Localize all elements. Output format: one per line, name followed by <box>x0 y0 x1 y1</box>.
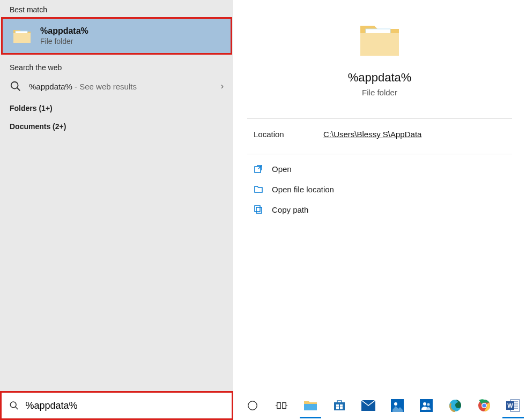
best-match-title: %appdata% <box>40 26 88 36</box>
mail-button[interactable] <box>355 393 381 418</box>
chrome-icon <box>478 399 491 412</box>
svg-rect-19 <box>340 407 343 409</box>
svg-rect-23 <box>420 399 433 412</box>
people-button[interactable] <box>413 393 439 418</box>
svg-rect-5 <box>256 207 262 213</box>
open-file-location-action[interactable]: Open file location <box>254 179 512 199</box>
chrome-button[interactable] <box>471 393 497 418</box>
svg-line-8 <box>16 407 18 409</box>
store-icon <box>333 399 346 412</box>
documents-category[interactable]: Documents (2+) <box>0 116 233 134</box>
svg-point-25 <box>427 403 430 406</box>
svg-rect-6 <box>255 206 260 212</box>
microsoft-store-button[interactable] <box>327 393 352 418</box>
preview-title: %appdata% <box>233 71 526 85</box>
svg-point-1 <box>11 82 18 89</box>
web-result-suffix: - See web results <box>72 82 137 91</box>
cortana-icon <box>247 400 258 411</box>
web-result-query: %appdata% <box>29 82 72 91</box>
file-explorer-icon <box>303 400 317 411</box>
cortana-button[interactable] <box>240 393 265 418</box>
task-view-button[interactable] <box>269 393 294 418</box>
file-explorer-button[interactable] <box>298 393 323 418</box>
location-label: Location <box>254 130 323 139</box>
svg-point-7 <box>10 402 16 408</box>
taskbar: W <box>233 391 526 420</box>
word-icon: W <box>506 399 520 412</box>
photos-icon <box>391 399 404 412</box>
svg-point-9 <box>248 401 257 410</box>
svg-rect-15 <box>337 401 342 403</box>
best-match-item[interactable]: %appdata% File folder <box>1 17 232 55</box>
svg-rect-10 <box>277 403 280 409</box>
svg-rect-14 <box>334 402 345 410</box>
search-icon <box>9 400 19 411</box>
people-icon <box>420 399 433 412</box>
folder-location-icon <box>254 184 263 194</box>
location-value[interactable]: C:\Users\Blessy S\AppData <box>323 130 421 139</box>
folders-category[interactable]: Folders (1+) <box>0 98 233 116</box>
svg-point-30 <box>482 403 486 407</box>
copy-path-action[interactable]: Copy path <box>254 199 512 220</box>
search-icon <box>10 80 21 92</box>
svg-rect-18 <box>336 407 339 409</box>
svg-rect-17 <box>340 404 343 407</box>
copy-icon <box>254 205 263 214</box>
svg-point-22 <box>394 402 397 406</box>
svg-point-24 <box>423 402 426 406</box>
preview-subtitle: File folder <box>233 88 526 97</box>
folder-icon <box>12 28 32 44</box>
best-match-subtitle: File folder <box>40 37 88 46</box>
windows-search-panel: Best match %appdata% File folder Search … <box>0 0 526 420</box>
search-bar[interactable] <box>0 391 233 420</box>
open-action[interactable]: Open <box>254 159 512 179</box>
best-match-label: Best match <box>0 0 233 17</box>
word-button[interactable]: W <box>500 393 526 418</box>
folder-icon <box>358 21 401 59</box>
preview-column: %appdata% File folder Location C:\Users\… <box>233 0 526 420</box>
open-icon <box>254 164 263 174</box>
web-result-row[interactable]: %appdata% - See web results › <box>0 75 233 98</box>
task-view-icon <box>276 400 287 411</box>
chevron-right-icon: › <box>221 81 224 91</box>
edge-button[interactable] <box>442 393 468 418</box>
copy-path-label: Copy path <box>272 205 308 214</box>
open-action-label: Open <box>272 164 292 174</box>
svg-line-2 <box>17 88 20 91</box>
mail-icon <box>361 400 375 411</box>
svg-text:W: W <box>507 402 513 409</box>
svg-rect-16 <box>336 404 339 407</box>
search-input[interactable] <box>25 400 224 411</box>
search-web-label: Search the web <box>0 55 233 75</box>
open-file-location-label: Open file location <box>272 185 334 194</box>
edge-icon <box>449 399 462 412</box>
photos-button[interactable] <box>384 393 410 418</box>
svg-rect-11 <box>283 403 286 409</box>
results-column: Best match %appdata% File folder Search … <box>0 0 233 420</box>
